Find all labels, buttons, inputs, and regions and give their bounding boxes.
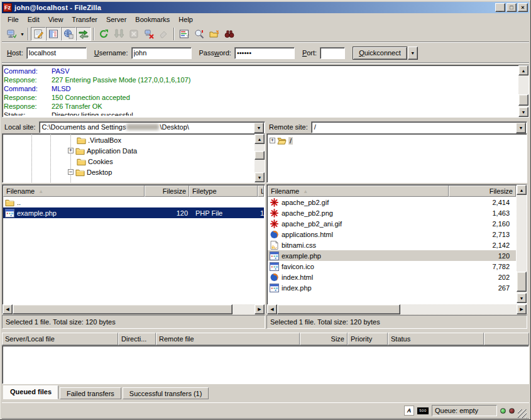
toggle-local-treeview-button[interactable] bbox=[46, 27, 61, 41]
column-header-filesize[interactable]: Filesize bbox=[145, 185, 189, 197]
find-files-button[interactable] bbox=[222, 27, 237, 41]
scroll-thumb[interactable] bbox=[277, 304, 400, 314]
log-scrollbar[interactable]: ▲ ▼ bbox=[518, 65, 528, 117]
column-header-server-local-file[interactable]: Server/Local file bbox=[2, 333, 118, 345]
column-header-remote-file[interactable]: Remote file bbox=[156, 333, 300, 345]
tab-failed-transfers[interactable]: Failed transfers bbox=[60, 387, 121, 399]
scroll-up-button[interactable]: ▲ bbox=[517, 185, 527, 195]
password-input[interactable] bbox=[234, 47, 295, 59]
synchronized-browsing-button[interactable] bbox=[207, 27, 222, 41]
column-header-filename[interactable]: Filename▲ bbox=[268, 185, 449, 197]
column-header-direction[interactable]: Directi... bbox=[118, 333, 156, 345]
remote-file-row[interactable]: index.php267 bbox=[268, 282, 516, 293]
menu-file[interactable]: File bbox=[3, 14, 23, 25]
toggle-transfer-queue-button[interactable] bbox=[76, 27, 91, 41]
ico-file-icon bbox=[270, 262, 279, 271]
scroll-down-button[interactable]: ▼ bbox=[518, 107, 528, 117]
receive-indicator-led bbox=[500, 408, 506, 414]
scroll-left-button[interactable]: ◀ bbox=[267, 304, 277, 314]
remote-hscrollbar[interactable]: ◀ ▶ bbox=[267, 304, 527, 314]
column-header-filename[interactable]: Filename▲ bbox=[3, 185, 145, 197]
local-file-row-example-php[interactable]: example.php 120 PHP File 1 bbox=[3, 207, 264, 218]
tree-item-application-data[interactable]: + Application Data bbox=[68, 145, 137, 156]
remote-file-row[interactable]: index.html202 bbox=[268, 272, 516, 282]
close-button[interactable]: × bbox=[518, 3, 528, 12]
minimize-button[interactable]: _ bbox=[495, 3, 505, 12]
menu-view[interactable]: View bbox=[44, 14, 68, 25]
tab-successful-transfers[interactable]: Successful transfers (1) bbox=[123, 387, 209, 399]
tree-item-virtualbox[interactable]: .VirtualBox bbox=[77, 135, 121, 145]
maximize-button[interactable]: □ bbox=[506, 3, 517, 12]
scroll-thumb[interactable] bbox=[255, 151, 265, 160]
tree-item-desktop[interactable]: − Desktop bbox=[68, 167, 112, 177]
remote-file-row[interactable]: applications.html2,713 bbox=[268, 229, 516, 240]
remote-file-row-selected[interactable]: example.php120 bbox=[268, 250, 516, 261]
maximize-icon: □ bbox=[510, 5, 513, 11]
remote-site-dropdown[interactable]: ▼ bbox=[516, 123, 526, 133]
tree-item-label: Application Data bbox=[87, 147, 137, 155]
column-header-modified[interactable]: L bbox=[258, 185, 264, 197]
refresh-button[interactable] bbox=[96, 27, 111, 41]
username-input[interactable] bbox=[131, 47, 192, 59]
remote-site-combo[interactable]: / ▼ bbox=[311, 121, 527, 133]
port-input[interactable] bbox=[320, 47, 345, 59]
remote-file-row[interactable]: bitnami.css2,142 bbox=[268, 240, 516, 250]
directory-comparison-button[interactable] bbox=[192, 27, 207, 41]
column-header-size[interactable]: Size bbox=[300, 333, 348, 345]
remote-file-row[interactable]: apache_pb2_ani.gif2,160 bbox=[268, 218, 516, 229]
expander-minus-icon[interactable]: − bbox=[68, 169, 74, 175]
column-header-status[interactable]: Status bbox=[388, 333, 484, 345]
transfer-queue-icon bbox=[79, 29, 89, 39]
local-site-combo[interactable]: C:\Documents and Settings\Desktop\ ▼ bbox=[39, 121, 265, 133]
expander-plus-icon[interactable]: + bbox=[68, 148, 74, 153]
toggle-message-log-button[interactable] bbox=[31, 27, 46, 41]
disconnect-button[interactable] bbox=[141, 27, 156, 41]
host-input[interactable] bbox=[26, 47, 87, 59]
local-file-row-updir[interactable]: .. bbox=[3, 197, 264, 207]
scroll-left-button[interactable]: ◀ bbox=[3, 304, 13, 314]
remote-file-row[interactable]: favicon.ico7,782 bbox=[268, 261, 516, 272]
tree-item-cookies[interactable]: Cookies bbox=[77, 156, 113, 167]
quickconnect-button[interactable]: Quickconnect bbox=[353, 47, 407, 60]
local-site-dropdown[interactable]: ▼ bbox=[254, 123, 264, 133]
local-tree-scrollbar[interactable]: ▲ ▼ bbox=[255, 134, 265, 182]
scroll-down-button[interactable]: ▼ bbox=[255, 172, 265, 182]
remote-vscrollbar[interactable]: ▲ ▼ bbox=[517, 185, 527, 303]
dropdown-icon: ▼ bbox=[519, 126, 523, 130]
folder-icon bbox=[75, 146, 85, 155]
scroll-thumb[interactable] bbox=[517, 272, 527, 292]
tab-queued-files[interactable]: Queued files bbox=[3, 385, 58, 399]
cancel-icon bbox=[129, 29, 139, 39]
column-header-priority[interactable]: Priority bbox=[348, 333, 388, 345]
toggle-remote-treeview-button[interactable] bbox=[61, 27, 76, 41]
menu-transfer[interactable]: Transfer bbox=[67, 14, 102, 25]
remote-file-row[interactable]: apache_pb2.gif2,414 bbox=[268, 197, 516, 207]
site-manager-button[interactable] bbox=[4, 27, 19, 41]
queue-header: Server/Local file Directi... Remote file… bbox=[2, 333, 529, 345]
window-title: john@localhost - FileZilla bbox=[14, 4, 494, 11]
scroll-right-button[interactable]: ▶ bbox=[517, 304, 527, 314]
site-manager-dropdown[interactable]: ▼ bbox=[19, 27, 26, 41]
local-hscrollbar[interactable]: ◀ ▶ bbox=[3, 304, 265, 314]
log-line: Command:MLSD bbox=[4, 84, 517, 93]
resize-grip[interactable] bbox=[518, 409, 527, 418]
menu-edit[interactable]: Edit bbox=[23, 14, 44, 25]
scroll-down-button[interactable]: ▼ bbox=[517, 293, 527, 303]
menu-help[interactable]: Help bbox=[174, 14, 197, 25]
html-file-icon bbox=[270, 273, 279, 282]
menu-server[interactable]: Server bbox=[102, 14, 131, 25]
scroll-thumb[interactable] bbox=[13, 304, 233, 314]
menu-bookmarks[interactable]: Bookmarks bbox=[131, 14, 174, 25]
column-header-filesize[interactable]: Filesize bbox=[449, 185, 516, 197]
directory-filter-button[interactable] bbox=[177, 27, 192, 41]
scroll-right-button[interactable]: ▶ bbox=[255, 304, 265, 314]
tree-item-root[interactable]: + / bbox=[270, 135, 293, 146]
file-size: 2,142 bbox=[492, 241, 510, 249]
column-header-filetype[interactable]: Filetype bbox=[189, 185, 258, 197]
scroll-thumb[interactable] bbox=[518, 94, 528, 106]
remote-file-row[interactable]: apache_pb2.png1,463 bbox=[268, 207, 516, 218]
expander-plus-icon[interactable]: + bbox=[270, 138, 275, 143]
scroll-up-button[interactable]: ▲ bbox=[518, 65, 528, 75]
quickconnect-dropdown[interactable]: ▼ bbox=[408, 47, 418, 60]
scroll-up-button[interactable]: ▲ bbox=[255, 134, 265, 144]
